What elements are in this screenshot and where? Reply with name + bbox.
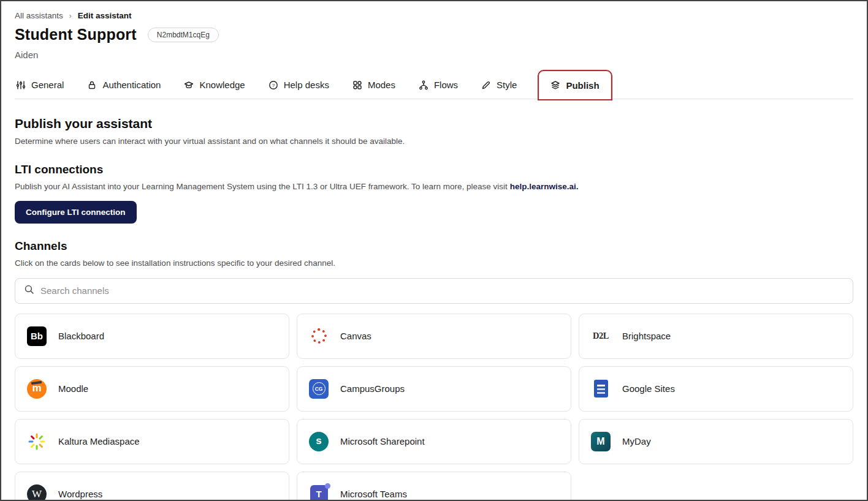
tab-general[interactable]: General (15, 71, 65, 99)
publish-description: Determine where users can interact with … (15, 136, 853, 147)
breadcrumb: All assistants › Edit assistant (15, 11, 853, 20)
breadcrumb-all-assistants[interactable]: All assistants (15, 11, 63, 20)
tab-label: Style (497, 80, 517, 90)
channel-card-sharepoint[interactable]: s Microsoft Sharepoint (297, 419, 571, 464)
channel-card-label: Microsoft Sharepoint (340, 436, 425, 446)
tab-label: Flows (434, 80, 458, 90)
channel-card-wordpress[interactable]: W Wordpress (15, 472, 289, 501)
tab-publish[interactable]: Publish (539, 71, 611, 99)
page-title: Student Support (15, 26, 137, 43)
tab-help-desks[interactable]: ? Help desks (267, 71, 330, 99)
channel-card-label: MyDay (622, 436, 651, 446)
channel-card-label: Microsoft Teams (340, 489, 407, 499)
breadcrumb-edit-assistant: Edit assistant (78, 11, 132, 20)
channel-card-myday[interactable]: M MyDay (579, 419, 853, 464)
tab-label: Help desks (284, 80, 329, 90)
channel-card-label: Moodle (58, 383, 88, 394)
channels-heading: Channels (15, 239, 853, 253)
google-sites-icon (590, 378, 612, 400)
tab-label: Authentication (102, 80, 161, 90)
sharepoint-icon: s (308, 431, 330, 453)
publish-heading: Publish your assistant (15, 116, 853, 131)
shapes-icon (352, 80, 362, 90)
channel-card-moodle[interactable]: m Moodle (15, 366, 289, 412)
channel-card-campusgroups[interactable]: CG CampusGroups (297, 366, 571, 412)
channel-card-teams[interactable]: T Microsoft Teams (297, 472, 571, 501)
configure-lti-button[interactable]: Configure LTI connection (15, 201, 137, 224)
assistant-subtitle: Aiden (15, 50, 853, 60)
header-row: Student Support N2mbdtM1cqEg (15, 26, 853, 43)
learnwise-help-link[interactable]: help.learnwise.ai. (510, 182, 579, 191)
wordpress-icon: W (26, 483, 48, 501)
tab-bar: General Authentication Knowledge ? Help … (15, 71, 853, 99)
microsoft-teams-icon: T (308, 483, 330, 501)
channel-card-blackboard[interactable]: Bb Blackboard (15, 314, 289, 359)
brightspace-d2l-icon: D2L (590, 325, 612, 347)
channel-card-label: Brightspace (622, 331, 671, 341)
lti-description-text: Publish your AI Assistant into your Lear… (15, 182, 508, 191)
tab-label: Modes (368, 80, 395, 90)
lock-icon (87, 80, 97, 90)
lti-description: Publish your AI Assistant into your Lear… (15, 181, 853, 192)
graduation-cap-icon (184, 80, 194, 90)
channel-card-label: CampusGroups (340, 383, 405, 394)
channel-card-canvas[interactable]: Canvas (297, 314, 571, 359)
channel-card-brightspace[interactable]: D2L Brightspace (579, 314, 853, 359)
assistant-id-badge: N2mbdtM1cqEg (148, 28, 219, 42)
channel-card-label: Google Sites (622, 383, 675, 394)
svg-text:?: ? (272, 83, 275, 88)
moodle-icon: m (26, 378, 48, 400)
tab-label: Knowledge (199, 80, 245, 90)
search-icon (24, 284, 34, 297)
lti-heading: LTI connections (15, 163, 853, 176)
tab-knowledge[interactable]: Knowledge (183, 71, 246, 99)
channel-card-label: Canvas (340, 331, 371, 341)
layers-icon (550, 80, 560, 90)
canvas-icon (308, 325, 330, 347)
channel-cards-grid: Bb Blackboard Canvas D2L Brightspace m M… (15, 314, 853, 501)
tab-label: General (31, 80, 64, 90)
channel-card-kaltura[interactable]: Kaltura Mediaspace (15, 419, 289, 464)
channels-description: Click on the cards below to see installa… (15, 258, 853, 269)
channel-search[interactable] (15, 278, 853, 304)
kaltura-sun-icon (26, 431, 48, 453)
channel-card-label: Wordpress (58, 489, 102, 499)
tab-label: Publish (566, 80, 599, 91)
search-input[interactable] (40, 285, 844, 296)
flow-branch-icon (419, 80, 428, 90)
channel-card-label: Kaltura Mediaspace (58, 436, 140, 446)
myday-icon: M (590, 431, 612, 453)
blackboard-icon: Bb (26, 325, 48, 347)
tab-authentication[interactable]: Authentication (86, 71, 162, 99)
campusgroups-icon: CG (308, 378, 330, 400)
help-circle-icon: ? (268, 80, 278, 90)
tab-modes[interactable]: Modes (351, 71, 397, 99)
tab-flows[interactable]: Flows (417, 71, 459, 99)
pen-icon (481, 80, 491, 90)
edit-assistant-page: All assistants › Edit assistant Student … (1, 1, 867, 501)
channel-card-google-sites[interactable]: Google Sites (579, 366, 853, 412)
tab-style[interactable]: Style (480, 71, 518, 99)
breadcrumb-separator: › (69, 12, 72, 20)
sliders-icon (16, 80, 26, 90)
channel-card-label: Blackboard (58, 331, 104, 341)
